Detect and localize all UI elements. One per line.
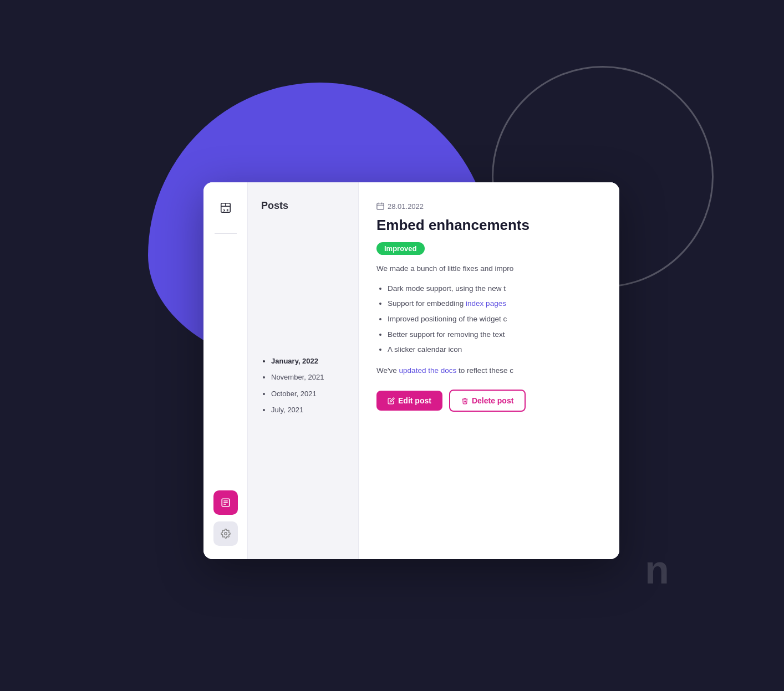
trash-icon: [461, 397, 469, 405]
calendar-icon: [376, 202, 384, 210]
bullet-4: Better support for removing the text: [388, 329, 602, 341]
list-item-nov2021[interactable]: November, 2021: [271, 372, 345, 383]
edit-post-button[interactable]: Edit post: [376, 391, 442, 411]
sidebar: [203, 182, 248, 559]
sidebar-logo: [213, 196, 238, 220]
bullet-2: Support for embedding index pages: [388, 298, 602, 310]
post-intro: We made a bunch of little fixes and impr…: [376, 263, 602, 275]
index-pages-link[interactable]: index pages: [466, 299, 506, 308]
post-footer: We've updated the docs to reflect these …: [376, 365, 602, 377]
list-item-jan2022[interactable]: January, 2022: [271, 356, 345, 367]
post-badge: Improved: [376, 242, 425, 255]
brand-logo-n: n: [645, 547, 669, 592]
bullet-5: A slicker calendar icon: [388, 344, 602, 356]
post-date: 28.01.2022: [388, 202, 424, 211]
sidebar-item-settings[interactable]: [213, 521, 238, 546]
list-item-oct2021[interactable]: October, 2021: [271, 388, 345, 400]
sidebar-item-posts[interactable]: [213, 490, 238, 515]
main-content: Posts January, 2022 November, 2021 Octob…: [248, 182, 619, 559]
updated-docs-link[interactable]: updated the docs: [399, 366, 457, 375]
edit-icon: [388, 397, 395, 405]
svg-point-9: [224, 532, 227, 535]
posts-panel-title: Posts: [261, 200, 345, 212]
post-date-row: 28.01.2022: [376, 202, 602, 211]
bullet-3: Improved positioning of the widget c: [388, 313, 602, 325]
post-actions: Edit post Delete post: [376, 390, 602, 412]
posts-panel: Posts January, 2022 November, 2021 Octob…: [248, 182, 359, 559]
delete-post-button[interactable]: Delete post: [449, 390, 526, 412]
list-item-jul2021[interactable]: July, 2021: [271, 405, 345, 416]
sidebar-divider-top: [215, 233, 237, 234]
svg-rect-10: [377, 203, 384, 209]
delete-post-label: Delete post: [472, 396, 513, 405]
post-detail-panel: 28.01.2022 Embed enhancements Improved W…: [359, 182, 619, 559]
bullet-1: Dark mode support, using the new t: [388, 283, 602, 295]
edit-post-label: Edit post: [398, 396, 431, 405]
posts-list: January, 2022 November, 2021 October, 20…: [261, 356, 345, 416]
post-title: Embed enhancements: [376, 216, 602, 235]
post-bullets: Dark mode support, using the new t Suppo…: [376, 283, 602, 356]
app-window: Posts January, 2022 November, 2021 Octob…: [203, 182, 619, 559]
